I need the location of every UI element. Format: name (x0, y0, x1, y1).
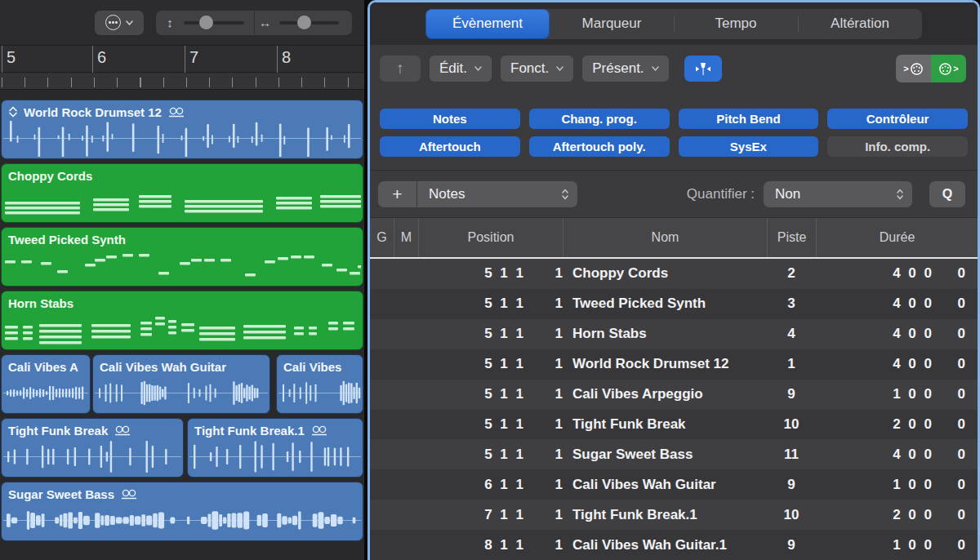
cell-length-tick[interactable]: 0 (932, 265, 965, 282)
cell-tick[interactable]: 1 (523, 326, 563, 342)
edit-menu-button[interactable]: Édit. (430, 56, 492, 82)
cell-position[interactable]: 5 1 1 (418, 326, 523, 342)
list-tab[interactable]: Tempo (674, 9, 798, 39)
cell-length-tick[interactable]: 0 (932, 507, 965, 523)
event-row[interactable]: 8 1 1 1 Cali Vibes Wah Guitar.1 9 1 0 0 … (370, 530, 978, 560)
cell-position[interactable]: 5 1 1 (418, 386, 523, 402)
cell-position[interactable]: 5 1 1 (418, 296, 523, 312)
event-row[interactable]: 7 1 1 1 Tight Funk Break.1 10 2 0 0 0 (370, 500, 978, 530)
functions-menu-button[interactable]: Fonct. (501, 56, 573, 82)
region-cali-vibes-wah-guitar[interactable]: Cali Vibes Wah Guitar (92, 354, 270, 414)
cell-tick[interactable]: 1 (523, 537, 563, 553)
event-type-popup[interactable]: Notes (417, 181, 577, 207)
cell-tick[interactable]: 1 (523, 416, 563, 433)
cell-name[interactable]: Cali Vibes Wah Guitar (563, 477, 767, 493)
horizontal-zoom-slider[interactable] (279, 21, 340, 24)
filter-button[interactable]: Contrôleur (827, 109, 968, 129)
region-tweed-picked-synth[interactable]: Tweed Picked Synth (1, 227, 363, 287)
cell-length-tick[interactable]: 0 (932, 477, 965, 493)
cell-track[interactable]: 3 (767, 296, 816, 312)
list-tab[interactable]: Évènement (425, 9, 550, 39)
event-row[interactable]: 5 1 1 1 Horn Stabs 4 4 0 0 0 (370, 319, 978, 349)
cell-name[interactable]: Sugar Sweet Bass (563, 447, 767, 463)
cell-position[interactable]: 5 1 1 (418, 416, 523, 433)
cell-position[interactable]: 5 1 1 (418, 356, 523, 372)
header-position[interactable]: Position (418, 218, 563, 257)
region-cali-vibes[interactable]: Cali Vibes (276, 354, 363, 414)
cell-length[interactable]: 4 0 0 (816, 296, 932, 312)
event-row[interactable]: 5 1 1 1 Tweed Picked Synth 3 4 0 0 0 (370, 289, 978, 319)
cell-tick[interactable]: 1 (523, 296, 563, 312)
region-tight-funk-break[interactable]: Tight Funk Break (1, 418, 184, 478)
quantize-popup[interactable]: Non (764, 181, 912, 207)
list-tab[interactable]: Marqueur (550, 9, 674, 39)
cell-name[interactable]: Tight Funk Break.1 (563, 507, 767, 523)
filter-button[interactable]: Info. comp. (827, 136, 968, 157)
midi-out-button[interactable]: ˃ (931, 55, 966, 82)
cell-track[interactable]: 2 (767, 265, 816, 282)
header-length[interactable]: Durée (816, 218, 978, 257)
cell-length-tick[interactable]: 0 (932, 356, 965, 372)
cell-name[interactable]: Cali Vibes Wah Guitar.1 (563, 537, 767, 553)
cell-length[interactable]: 4 0 0 (816, 356, 932, 372)
cell-tick[interactable]: 1 (523, 477, 563, 493)
header-track[interactable]: Piste (767, 218, 816, 257)
bar-ruler[interactable]: 5 6 7 8 (0, 46, 364, 90)
cell-track[interactable]: 4 (767, 326, 816, 342)
event-row[interactable]: 5 1 1 1 Sugar Sweet Bass 11 4 0 0 0 (370, 439, 978, 469)
filter-button[interactable]: SysEx (679, 136, 819, 157)
list-tab[interactable]: Altération (798, 9, 922, 39)
cell-name[interactable]: Choppy Cords (563, 265, 767, 282)
cell-length-tick[interactable]: 0 (932, 537, 965, 553)
cell-track[interactable]: 1 (767, 356, 816, 372)
event-row[interactable]: 5 1 1 1 Tight Funk Break 10 2 0 0 0 (370, 410, 978, 440)
event-row[interactable]: 5 1 1 1 Choppy Cords 2 4 0 0 0 (370, 259, 978, 289)
cell-track[interactable]: 9 (767, 386, 816, 402)
cell-track[interactable]: 11 (767, 447, 816, 463)
cell-name[interactable]: Tweed Picked Synth (563, 296, 767, 312)
cell-length[interactable]: 4 0 0 (816, 265, 932, 282)
filter-button[interactable]: Notes (380, 109, 520, 129)
cell-length[interactable]: 2 0 0 (816, 416, 932, 433)
midi-in-button[interactable]: ˃ (896, 55, 931, 82)
vertical-zoom-slider[interactable] (184, 21, 244, 24)
filter-button[interactable]: Pitch Bend (679, 109, 819, 129)
quantize-apply-button[interactable]: Q (929, 181, 965, 207)
cell-track[interactable]: 9 (767, 477, 816, 493)
cell-length[interactable]: 4 0 0 (816, 447, 932, 463)
cell-length[interactable]: 4 0 0 (816, 326, 932, 342)
cell-tick[interactable]: 1 (523, 265, 563, 282)
cell-position[interactable]: 5 1 1 (418, 265, 523, 282)
horizontal-zoom-thumb[interactable] (297, 16, 311, 29)
waveform-options-button[interactable] (95, 11, 144, 35)
region-tight-funk-break-1[interactable]: Tight Funk Break.1 (187, 418, 363, 478)
region-world-rock-drumset[interactable]: World Rock Drumset 12 (1, 100, 363, 159)
filter-button[interactable]: Aftertouch poly. (529, 136, 670, 157)
cell-tick[interactable]: 1 (523, 447, 563, 463)
filter-button[interactable]: Chang. prog. (529, 109, 670, 129)
header-name[interactable]: Nom (563, 218, 767, 257)
region-horn-stabs[interactable]: Horn Stabs (1, 291, 363, 350)
cell-position[interactable]: 6 1 1 (418, 477, 523, 493)
filter-button[interactable]: Aftertouch (380, 136, 520, 157)
event-row[interactable]: 5 1 1 1 World Rock Drumset 12 1 4 0 0 0 (370, 349, 978, 380)
cell-length-tick[interactable]: 0 (932, 386, 965, 402)
cell-length[interactable]: 1 0 0 (816, 386, 932, 402)
region-cali-vibes-a[interactable]: Cali Vibes A (1, 354, 91, 414)
view-menu-button[interactable]: Présent. (582, 56, 668, 82)
cell-position[interactable]: 8 1 1 (418, 537, 523, 553)
cell-name[interactable]: Cali Vibes Arpeggio (563, 386, 767, 402)
header-mute[interactable]: M (394, 218, 418, 257)
cell-position[interactable]: 7 1 1 (418, 507, 523, 523)
cell-length-tick[interactable]: 0 (932, 447, 965, 463)
go-up-level-button[interactable]: ↑ (380, 56, 421, 82)
cell-tick[interactable]: 1 (523, 386, 563, 402)
catch-playhead-button[interactable] (684, 56, 722, 82)
region-choppy-cords[interactable]: Choppy Cords (1, 163, 363, 223)
cell-name[interactable]: Horn Stabs (563, 326, 767, 342)
cell-track[interactable]: 9 (767, 537, 816, 553)
cell-length[interactable]: 1 0 0 (816, 477, 932, 493)
cell-position[interactable]: 5 1 1 (418, 447, 523, 463)
cell-length[interactable]: 1 0 0 (816, 537, 932, 553)
cell-track[interactable]: 10 (767, 507, 816, 523)
